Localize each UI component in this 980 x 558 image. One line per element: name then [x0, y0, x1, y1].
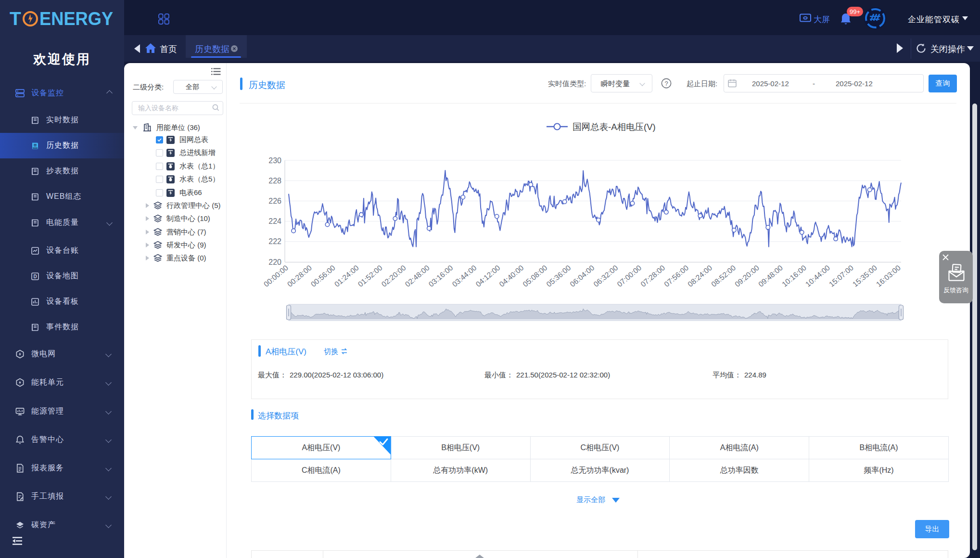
svg-text:00:28:00: 00:28:00	[286, 263, 313, 288]
svg-text:02:20:00: 02:20:00	[380, 263, 407, 288]
svg-text:06:04:00: 06:04:00	[568, 263, 596, 288]
svg-text:01:24:00: 01:24:00	[333, 263, 360, 288]
svg-text:00:00:00: 00:00:00	[262, 263, 290, 288]
svg-text:224: 224	[268, 217, 281, 225]
svg-text:05:08:00: 05:08:00	[521, 263, 548, 288]
svg-text:07:56:00: 07:56:00	[662, 263, 690, 288]
svg-text:10:16:00: 10:16:00	[780, 263, 808, 288]
svg-text:01:52:00: 01:52:00	[356, 263, 384, 288]
svg-text:国网总表-A相电压(V): 国网总表-A相电压(V)	[573, 122, 656, 132]
svg-text:?: ?	[664, 80, 668, 87]
svg-text:02:48:00: 02:48:00	[404, 263, 431, 288]
svg-text:04:40:00: 04:40:00	[497, 263, 525, 288]
svg-text:10:44:00: 10:44:00	[804, 263, 831, 288]
svg-text:16:03:00: 16:03:00	[875, 263, 902, 288]
svg-text:09:48:00: 09:48:00	[757, 263, 784, 288]
svg-text:15:07:00: 15:07:00	[827, 263, 855, 288]
svg-text:00:56:00: 00:56:00	[309, 263, 337, 288]
svg-text:230: 230	[268, 156, 281, 165]
svg-text:08:52:00: 08:52:00	[710, 263, 737, 288]
svg-text:15:35:00: 15:35:00	[851, 263, 878, 288]
svg-text:07:28:00: 07:28:00	[639, 263, 666, 288]
svg-text:222: 222	[268, 237, 281, 246]
svg-text:03:44:00: 03:44:00	[450, 263, 478, 288]
svg-text:05:36:00: 05:36:00	[545, 263, 572, 288]
svg-text:06:32:00: 06:32:00	[592, 263, 619, 288]
svg-text:D: D	[33, 274, 37, 279]
svg-text:08:24:00: 08:24:00	[686, 263, 713, 288]
svg-text:228: 228	[268, 177, 281, 185]
svg-text:09:20:00: 09:20:00	[733, 263, 761, 288]
svg-text:07:00:00: 07:00:00	[615, 263, 643, 288]
svg-text:04:12:00: 04:12:00	[474, 263, 501, 288]
svg-text:03:16:00: 03:16:00	[427, 263, 454, 288]
svg-text:226: 226	[268, 197, 281, 205]
svg-text:220: 220	[268, 258, 281, 266]
